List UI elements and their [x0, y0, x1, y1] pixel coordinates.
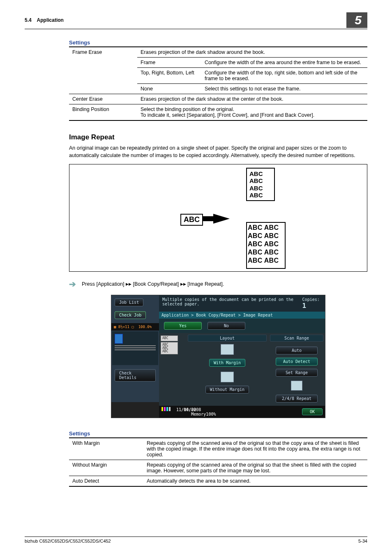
thumb1: ABC	[161, 335, 178, 341]
cell: Without Margin	[69, 460, 143, 476]
cell: Configure the width of the area around t…	[201, 58, 367, 68]
yes-button[interactable]: Yes	[164, 322, 202, 330]
cell: Binding Position	[69, 104, 137, 121]
table1-title: Settings	[69, 39, 367, 46]
check-job-button[interactable]: Check Job	[115, 311, 146, 319]
auto-detect-button[interactable]: Auto Detect	[276, 358, 318, 365]
repeat-248-button[interactable]: 2/4/8 Repeat	[276, 395, 318, 402]
breadcrumb: Application > Book Copy/Repeat > Image R…	[159, 312, 325, 319]
footer-page: 5-34	[358, 539, 367, 543]
no-button[interactable]: No	[208, 322, 245, 330]
toner-levels: 11/04/2008 10:02 Memory 100%	[161, 407, 208, 416]
cell: Select this settings to not erase the fr…	[201, 84, 367, 94]
screen-panel: Job List Check Job ▦ 8½×11 ▢ 100.0% Chec…	[111, 295, 325, 418]
footer-model: bizhub C652/C652DS/C552/C552DS/C452	[25, 539, 111, 543]
auto-button[interactable]: Auto	[276, 347, 318, 354]
cell: Select the binding position of the origi…	[137, 104, 367, 121]
settings-table-2: With Margin Repeats copying of the scann…	[69, 437, 367, 487]
cell: Configure the width of the top, right si…	[201, 68, 367, 84]
cell: None	[137, 84, 201, 94]
thumb2: ABC ABC ABC	[161, 342, 178, 354]
cell: Frame Erase	[69, 47, 137, 94]
cell: Repeats copying of the scanned area of t…	[143, 460, 367, 476]
section-title: Application	[37, 17, 64, 23]
cell: Erases projection of the dark shadow at …	[137, 94, 367, 104]
ok-button[interactable]: OK	[302, 408, 323, 415]
cell: Automatically detects the area to be sca…	[143, 476, 367, 487]
illus-source: ABC	[180, 214, 203, 226]
panel-message: Multiple copies of the document can be p…	[162, 297, 302, 310]
illus-output-1: ABC ABC ABC ABC	[246, 168, 275, 201]
preview-icon	[115, 334, 123, 344]
range-icon	[291, 381, 302, 391]
section-number: 5.4	[25, 17, 32, 23]
with-margin-button[interactable]: With Margin	[209, 359, 245, 367]
cell: With Margin	[69, 438, 143, 460]
job-list-button[interactable]: Job List	[115, 298, 143, 306]
illus-output-2: ABC ABC ABC ABC ABC ABC ABC ABC ABC ABC	[246, 222, 286, 269]
cell: Auto Detect	[69, 476, 143, 487]
page-footer: bizhub C652/C652DS/C552/C552DS/C452 5-34	[25, 536, 367, 543]
chapter-number: 5	[346, 12, 367, 28]
cell: Repeats copying of the scanned area of t…	[143, 438, 367, 460]
paper-zoom: ▦ 8½×11 ▢ 100.0%	[111, 323, 159, 331]
scan-range-label: Scan Range	[270, 335, 323, 342]
settings-table-1: Frame Erase Erases projection of the dar…	[69, 46, 367, 121]
layout-icon-2	[221, 372, 234, 382]
step-arrow-icon: ➔	[69, 279, 76, 289]
step-text: Press [Application] ▶▶ [Book Copy/Repeat…	[82, 281, 224, 287]
check-details-button[interactable]: Check Details	[115, 369, 156, 382]
subsection-text: An original image can be repeatedly prin…	[69, 145, 367, 159]
copies: Copies: 1	[302, 297, 322, 310]
table2-title: Settings	[69, 430, 367, 437]
illustration: ABC ABC ABC ABC ABC ABC ABC ABC ABC ABC …	[69, 164, 367, 272]
cell: Erases projection of the dark shadow aro…	[137, 47, 367, 58]
layout-label: Layout	[188, 335, 267, 342]
page-header: 5.4 Application 5	[25, 12, 367, 29]
set-range-button[interactable]: Set Range	[276, 369, 318, 377]
cell: Top, Right, Bottom, Left	[137, 68, 201, 84]
layout-icon-1	[221, 344, 234, 355]
arrow-icon	[213, 214, 230, 224]
cell: Center Erase	[69, 94, 137, 104]
without-margin-button[interactable]: Without Margin	[205, 386, 249, 393]
subsection-title: Image Repeat	[69, 133, 367, 141]
cell: Frame	[137, 58, 201, 68]
